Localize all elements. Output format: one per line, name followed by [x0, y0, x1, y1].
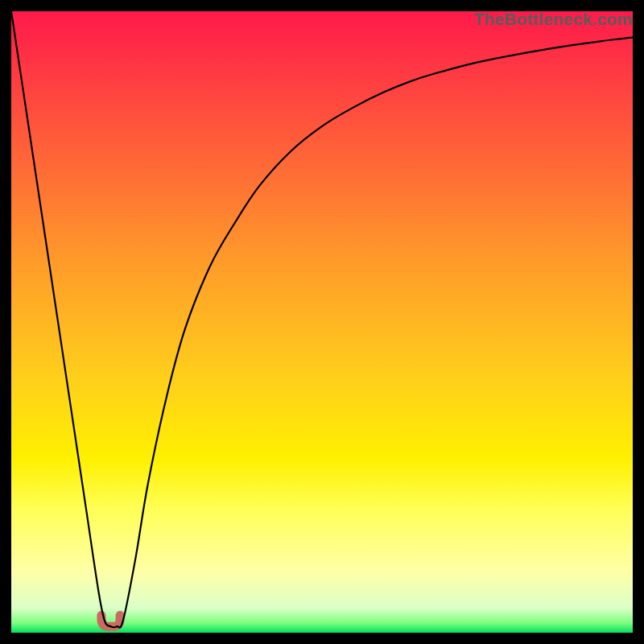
chart-svg [11, 11, 633, 633]
watermark-text: TheBottleneck.com [474, 10, 633, 29]
chart-frame: TheBottleneck.com [11, 11, 633, 633]
chart-background [11, 11, 633, 633]
